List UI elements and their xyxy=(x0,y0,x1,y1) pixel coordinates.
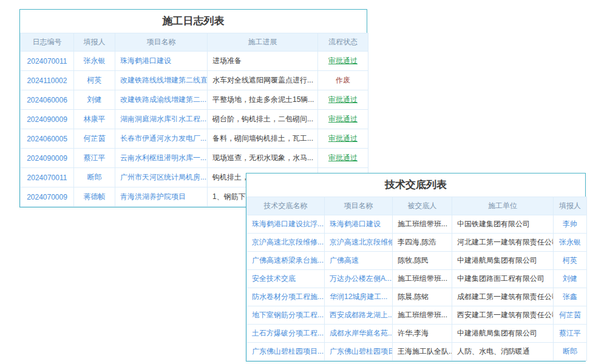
disclosure-reporter-link[interactable]: 何芷茵 xyxy=(554,306,587,325)
disclosure-project-link[interactable]: 广东佛山碧桂园项目 xyxy=(325,343,393,361)
column-header: 被交底人 xyxy=(393,197,452,215)
disclosure-reporter-link[interactable]: 断郎 xyxy=(554,343,587,361)
log-reporter-link[interactable]: 蒋德帧 xyxy=(74,187,115,207)
log-reporter-link[interactable]: 柯英 xyxy=(74,71,115,90)
log-id-link[interactable]: 2024090009 xyxy=(21,110,74,129)
log-status-link[interactable]: 审批通过 xyxy=(318,52,368,71)
log-id-link[interactable]: 2024070011 xyxy=(21,52,74,71)
table-row: 广东佛山碧桂园项目...广东佛山碧桂园项目王海施工队全队...人防、水电、消防暖… xyxy=(247,343,587,361)
disclosure-person-text: 施工班组带班... xyxy=(393,215,452,234)
disclosure-name-link[interactable]: 安全技术交底 xyxy=(247,270,325,288)
disclosure-reporter-link[interactable]: 蔡江平 xyxy=(554,325,587,343)
log-table-header-row: 日志编号填报人项目名称施工进展流程状态 xyxy=(21,33,368,52)
disclosure-table-header-row: 技术交底名称项目名称被交底人施工单位填报人 xyxy=(247,197,587,215)
disclosure-unit-text: 中建集团路面工程有限公司 xyxy=(452,270,554,288)
table-row: 珠海鹤港口建设抗浮...珠海鹤港口建设施工班组带班...中国铁建集团有限公司李帅 xyxy=(247,215,587,234)
log-project-link[interactable]: 改建铁路成渝线增建第二... xyxy=(115,90,208,110)
disclosure-name-link[interactable]: 广东佛山碧桂园项目... xyxy=(247,343,325,361)
log-project-link[interactable]: 青海洪湖养护院项目 xyxy=(115,187,208,207)
log-reporter-link[interactable]: 何芷茵 xyxy=(74,129,115,149)
disclosure-name-link[interactable]: 土石方爆破分项工程... xyxy=(247,325,325,343)
log-progress-text: 备料，砌间墙钩机排土，瓦工... xyxy=(208,129,318,149)
disclosure-unit-text: 中建港航局集团有限公司 xyxy=(452,325,554,343)
log-id-link[interactable]: 2024070011 xyxy=(21,168,74,187)
log-panel-title: 施工日志列表 xyxy=(20,10,367,33)
disclosure-unit-text: 成都建工第一建筑有限责任公司 xyxy=(452,288,554,306)
log-reporter-link[interactable]: 蔡江平 xyxy=(74,149,115,168)
table-row: 京沪高速北京段维修...京沪高速北京段维修李四海,陈浩河北建工第一建筑有限责任公… xyxy=(247,234,587,252)
column-header: 填报人 xyxy=(554,197,587,215)
log-status-link: 作废 xyxy=(318,71,368,90)
table-row: 土石方爆破分项工程...成都水岸华庭名苑...许华,李海中建港航局集团有限公司蔡… xyxy=(247,325,587,343)
disclosure-project-link[interactable]: 广佛高速 xyxy=(325,252,393,270)
disclosure-project-link[interactable]: 成都水岸华庭名苑... xyxy=(325,325,393,343)
log-status-link[interactable]: 审批通过 xyxy=(318,90,368,110)
disclosure-unit-text: 人防、水电、消防暖通 xyxy=(452,343,554,361)
column-header: 项目名称 xyxy=(325,197,393,215)
disclosure-reporter-link[interactable]: 张鑫 xyxy=(554,288,587,306)
disclosure-person-text: 陈牧,陈民 xyxy=(393,252,452,270)
technical-disclosure-table: 技术交底名称项目名称被交底人施工单位填报人 珠海鹤港口建设抗浮...珠海鹤港口建… xyxy=(246,197,587,361)
log-reporter-link[interactable]: 林康平 xyxy=(74,110,115,129)
table-row: 安全技术交底万达办公楼左侧A...施工班组带班...中建集团路面工程有限公司刘健 xyxy=(247,270,587,288)
disclosure-person-text: 陈晨,陈铭 xyxy=(393,288,452,306)
log-reporter-link[interactable]: 刘健 xyxy=(74,90,115,110)
log-project-link[interactable]: 云南水利枢纽潜明水库一... xyxy=(115,149,208,168)
log-id-link[interactable]: 2024060005 xyxy=(21,129,74,149)
disclosure-unit-text: 西安建工第一建筑有限责任公司 xyxy=(452,306,554,325)
disclosure-project-link[interactable]: 珠海鹤港口建设 xyxy=(325,215,393,234)
column-header: 填报人 xyxy=(74,33,115,52)
log-id-link[interactable]: 2024060006 xyxy=(21,90,74,110)
disclosure-person-text: 施工班组带班... xyxy=(393,306,452,325)
log-status-link[interactable]: 审批通过 xyxy=(318,110,368,129)
disclosure-project-link[interactable]: 京沪高速北京段维修 xyxy=(325,234,393,252)
column-header: 施工单位 xyxy=(452,197,554,215)
disclosure-unit-text: 中国铁建集团有限公司 xyxy=(452,215,554,234)
disclosure-person-text: 李四海,陈浩 xyxy=(393,234,452,252)
disclosure-reporter-link[interactable]: 刘健 xyxy=(554,270,587,288)
log-status-link[interactable]: 审批通过 xyxy=(318,149,368,168)
table-row: 2024060005何芷茵长春市伊通河水力发电厂...备料，砌间墙钩机排土，瓦工… xyxy=(21,129,368,149)
table-row: 防水卷材分项工程施...华润12城房建工...陈晨,陈铭成都建工第一建筑有限责任… xyxy=(247,288,587,306)
log-id-link[interactable]: 2024110002 xyxy=(21,71,74,90)
disclosure-name-link[interactable]: 地下室钢筋分项工程... xyxy=(247,306,325,325)
log-progress-text: 水车对全线遮阳网覆盖点进行... xyxy=(208,71,318,90)
log-status-link[interactable]: 审批通过 xyxy=(318,129,368,149)
log-progress-text: 平整场地，拉走多余泥土15辆... xyxy=(208,90,318,110)
log-project-link[interactable]: 长春市伊通河水力发电厂... xyxy=(115,129,208,149)
table-row: 2024070011张永银珠海鹤港口建设进场准备审批通过 xyxy=(21,52,368,71)
disclosure-project-link[interactable]: 西安成都路龙湖上... xyxy=(325,306,393,325)
log-project-link[interactable]: 改建铁路线线增建第二线直... xyxy=(115,71,208,90)
column-header: 日志编号 xyxy=(21,33,74,52)
disclosure-reporter-link[interactable]: 张永银 xyxy=(554,234,587,252)
disclosure-reporter-link[interactable]: 李帅 xyxy=(554,215,587,234)
column-header: 施工进展 xyxy=(208,33,318,52)
table-row: 2024060006刘健改建铁路成渝线增建第二...平整场地，拉走多余泥土15辆… xyxy=(21,90,368,110)
log-id-link[interactable]: 2024090009 xyxy=(21,149,74,168)
disclosure-name-link[interactable]: 京沪高速北京段维修... xyxy=(247,234,325,252)
column-header: 技术交底名称 xyxy=(247,197,325,215)
disclosure-reporter-link[interactable]: 柯英 xyxy=(554,252,587,270)
log-reporter-link[interactable]: 断郎 xyxy=(74,168,115,187)
disclosure-project-link[interactable]: 华润12城房建工... xyxy=(325,288,393,306)
disclosure-table-body: 珠海鹤港口建设抗浮...珠海鹤港口建设施工班组带班...中国铁建集团有限公司李帅… xyxy=(247,215,587,361)
disclosure-person-text: 施工班组带班... xyxy=(393,270,452,288)
table-row: 广佛高速桥梁承台施...广佛高速陈牧,陈民中建港航局集团有限公司柯英 xyxy=(247,252,587,270)
disclosure-name-link[interactable]: 珠海鹤港口建设抗浮... xyxy=(247,215,325,234)
log-project-link[interactable]: 珠海鹤港口建设 xyxy=(115,52,208,71)
log-reporter-link[interactable]: 张永银 xyxy=(74,52,115,71)
log-progress-text: 砌台阶，钩机排土，二包砌间... xyxy=(208,110,318,129)
disclosure-name-link[interactable]: 防水卷材分项工程施... xyxy=(247,288,325,306)
disclosure-person-text: 王海施工队全队... xyxy=(393,343,452,361)
log-project-link[interactable]: 广州市天河区统计局机房... xyxy=(115,168,208,187)
disclosure-name-link[interactable]: 广佛高速桥梁承台施... xyxy=(247,252,325,270)
table-row: 2024110002柯英改建铁路线线增建第二线直...水车对全线遮阳网覆盖点进行… xyxy=(21,71,368,90)
disclosure-project-link[interactable]: 万达办公楼左侧A... xyxy=(325,270,393,288)
log-project-link[interactable]: 湖南洞庭湖水库引水工程... xyxy=(115,110,208,129)
log-progress-text: 现场巡查，无积水现象，水马... xyxy=(208,149,318,168)
disclosure-unit-text: 河北建工第一建筑有限责任公司 xyxy=(452,234,554,252)
table-row: 2024090009蔡江平云南水利枢纽潜明水库一...现场巡查，无积水现象，水马… xyxy=(21,149,368,168)
technical-disclosure-panel: 技术交底列表 技术交底名称项目名称被交底人施工单位填报人 珠海鹤港口建设抗浮..… xyxy=(246,173,586,362)
log-id-link[interactable]: 2024070009 xyxy=(21,187,74,207)
table-row: 2024090009林康平湖南洞庭湖水库引水工程...砌台阶，钩机排土，二包砌间… xyxy=(21,110,368,129)
